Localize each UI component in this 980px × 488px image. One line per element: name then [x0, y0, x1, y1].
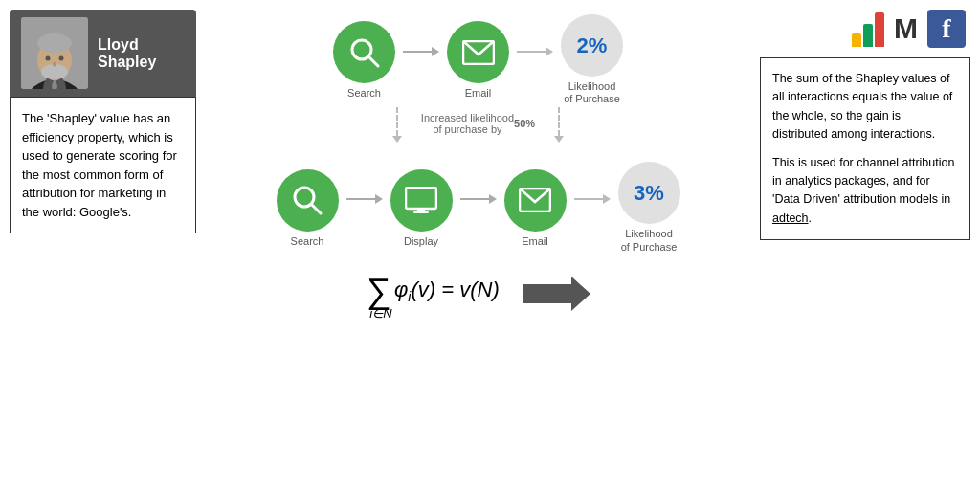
arrow-5	[574, 194, 611, 204]
node-email-2: Email	[504, 169, 567, 247]
google-analytics-logo	[852, 11, 884, 47]
person-avatar	[21, 17, 88, 89]
formula-area: ∑ φi(v) = v(N) i∈N	[366, 271, 590, 321]
flow-row-2: Search Display	[277, 162, 680, 253]
node-search-2: Search	[277, 169, 339, 247]
likelihood-label-2: Likelihoodof Purchase	[621, 228, 678, 253]
display-node	[390, 169, 453, 232]
right-text-box: The sum of the Shapley values of all int…	[760, 57, 970, 240]
person-card: Lloyd Shapley	[10, 10, 196, 97]
arrow-2	[517, 47, 553, 56]
display-icon	[405, 187, 437, 213]
logos-row: M f	[760, 10, 970, 48]
arrow-3	[346, 194, 383, 204]
big-right-arrow	[523, 275, 590, 317]
right-text-1: The sum of the Shapley values of all int…	[772, 70, 958, 144]
arrow-4	[460, 194, 497, 204]
search-icon-1	[347, 35, 382, 70]
node-search-1: Search	[333, 21, 395, 99]
connector-label: Increased likelihoodof purchase by 50%	[421, 112, 535, 135]
email-node-1	[447, 21, 509, 83]
ga-bar-2	[863, 24, 873, 47]
formula-math: ∑ φi(v) = v(N) i∈N	[366, 271, 499, 321]
left-panel: Lloyd Shapley The 'Shapley' value has an…	[10, 10, 196, 233]
email-icon-2	[519, 188, 551, 212]
description-text: The 'Shapley' value has an efficiency pr…	[22, 111, 177, 219]
flow-row-1: Search Email	[333, 14, 623, 105]
likelihood-node-2: 3%	[618, 162, 680, 224]
email-label-2: Email	[522, 235, 548, 247]
display-label: Display	[404, 235, 438, 247]
analytics-m-logo: M	[894, 12, 918, 45]
likelihood-node-1: 2%	[561, 14, 623, 77]
ga-bar-1	[852, 33, 861, 47]
svg-line-12	[368, 56, 378, 66]
svg-point-9	[59, 56, 64, 61]
search-label-1: Search	[347, 87, 381, 99]
dashed-connector-left	[392, 107, 402, 143]
node-likelihood-1: 2% Likelihoodof Purchase	[561, 14, 623, 105]
big-arrow-icon	[523, 275, 590, 313]
email-label-1: Email	[465, 87, 492, 99]
dashed-connector-right	[554, 107, 564, 143]
facebook-logo: f	[927, 10, 966, 48]
svg-point-10	[53, 62, 56, 67]
svg-line-15	[311, 204, 321, 213]
person-name: Lloyd Shapley	[98, 36, 185, 71]
search-node-2	[277, 169, 339, 232]
svg-point-8	[46, 56, 51, 61]
percentage-2: 3%	[634, 181, 664, 206]
search-node-1	[333, 21, 395, 83]
svg-rect-16	[406, 188, 436, 209]
node-email-1: Email	[447, 21, 509, 99]
email-node-2	[504, 169, 567, 232]
node-display: Display	[390, 169, 453, 247]
ga-bar-3	[875, 12, 884, 47]
svg-rect-18	[413, 211, 429, 213]
svg-marker-20	[523, 277, 590, 311]
right-text-2: This is used for channel attribution in …	[772, 154, 958, 229]
search-label-2: Search	[291, 235, 324, 247]
right-panel: M f The sum of the Shapley values of all…	[760, 10, 970, 240]
description-box: The 'Shapley' value has an efficiency pr…	[10, 97, 196, 233]
svg-point-6	[37, 33, 72, 53]
percentage-1: 2%	[577, 33, 608, 58]
email-icon-1	[462, 40, 495, 65]
middle-panel: Search Email	[206, 10, 750, 325]
likelihood-label-1: Likelihoodof Purchase	[564, 80, 620, 105]
arrow-1	[403, 47, 439, 56]
search-icon-2	[290, 183, 324, 217]
node-likelihood-2: 3% Likelihoodof Purchase	[618, 162, 680, 253]
